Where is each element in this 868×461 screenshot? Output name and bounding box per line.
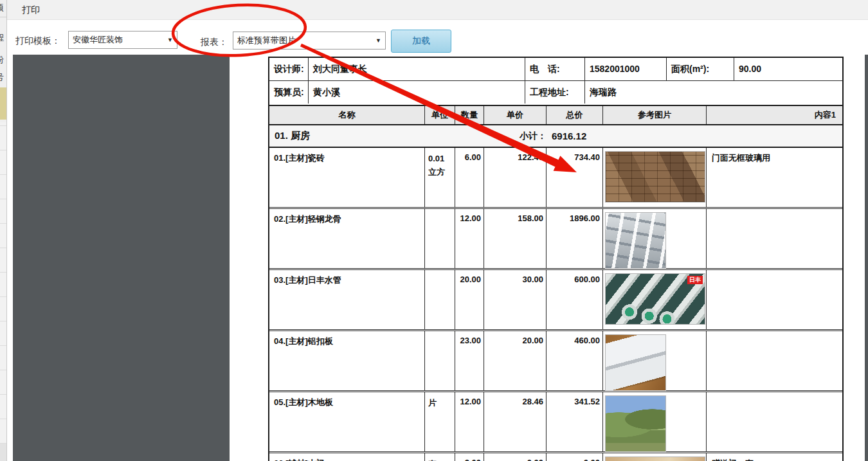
item-quantity: 2.00: [455, 453, 484, 461]
section-title: 01. 厨房: [269, 130, 484, 142]
item-name: 03.[主材]日丰水管: [269, 270, 425, 329]
item-name: 06.[辅材]木门: [269, 453, 425, 461]
item-content1: [707, 270, 842, 329]
template-select-value: 安徽华匠装饰: [73, 34, 123, 46]
column-header-name: 名称: [269, 106, 425, 124]
item-unit: 片: [425, 392, 455, 451]
item-content1: 门面无框玻璃用: [707, 148, 842, 207]
template-label: 打印模板：: [15, 35, 60, 47]
tab-print[interactable]: 打印: [22, 5, 40, 16]
sidebar-footer-fragment: [0, 444, 6, 461]
sidebar-selected-fragment: [0, 87, 6, 120]
item-image-cell: [603, 209, 707, 268]
brand-logo: 日丰: [687, 276, 703, 284]
item-content1: [707, 392, 842, 451]
item-total-price: 341.52: [547, 392, 603, 451]
phone-label: 电 话:: [525, 58, 585, 80]
product-image-door: [605, 456, 705, 461]
designer-value: 刘大同董事长: [309, 58, 525, 80]
item-total-price: 600.00: [547, 270, 603, 329]
item-total-price: 734.40: [547, 148, 603, 207]
item-name: 02.[主材]轻钢龙骨: [269, 209, 425, 268]
phone-value: 1582001000: [585, 58, 667, 80]
item-quantity: 20.00: [455, 270, 484, 329]
item-unit: 套: [425, 453, 455, 461]
designer-label: 设计师:: [269, 58, 309, 80]
tab-bar: 打印: [6, 0, 868, 20]
section-row-kitchen: 01. 厨房 小计： 6916.12: [269, 125, 842, 148]
item-total-price: 0.00: [547, 453, 603, 461]
product-image-pipes: 日丰: [605, 273, 705, 325]
item-unit-price: 28.46: [484, 392, 547, 451]
item-quantity: 6.00: [455, 148, 484, 207]
subtotal-label: 小计：: [484, 131, 547, 142]
table-row: 01.[主材]瓷砖 0.01 立方 6.00 122.40 734.40 门面无…: [269, 148, 842, 209]
product-image-bricks: [605, 151, 705, 203]
sidebar-list-fragment: [0, 122, 6, 444]
item-unit-price: 0.00: [484, 453, 547, 461]
sidebar-item-fragment: 号: [0, 71, 4, 83]
item-unit-price: 122.40: [484, 148, 547, 207]
item-quantity: 12.00: [455, 392, 484, 451]
item-unit-price: 20.00: [484, 331, 547, 390]
info-row: 设计师: 刘大同董事长 电 话: 1582001000 面积(m²): 90.0…: [269, 58, 842, 81]
address-value: 海瑞路: [585, 81, 842, 104]
table-body: 01.[主材]瓷砖 0.01 立方 6.00 122.40 734.40 门面无…: [269, 148, 842, 461]
item-content1: 赠送门一套: [707, 453, 842, 461]
item-name: 04.[主材]铝扣板: [269, 331, 425, 390]
item-image-cell: [603, 331, 707, 390]
column-header-total: 总价: [547, 106, 603, 124]
budget-report-table: 设计师: 刘大同董事长 电 话: 1582001000 面积(m²): 90.0…: [268, 57, 844, 461]
info-row: 预算员: 黄小溪 工程地址: 海瑞路: [269, 81, 842, 104]
item-total-price: 1896.00: [547, 209, 603, 268]
sidebar-item-fragment: 程: [0, 32, 4, 44]
column-header-content1: 内容1: [707, 106, 842, 124]
divider: [0, 17, 6, 17]
print-preview-area: 设计师: 刘大同董事长 电 话: 1582001000 面积(m²): 90.0…: [13, 55, 868, 461]
item-content1: [707, 209, 842, 268]
preview-page: 设计师: 刘大同董事长 电 话: 1582001000 面积(m²): 90.0…: [230, 55, 865, 461]
address-label: 工程地址:: [525, 81, 585, 104]
print-toolbar: 打印模板： 安徽华匠装饰 ▼ 报表： 标准预算带图片 ▼ 加载: [6, 20, 868, 55]
table-row: 03.[主材]日丰水管 20.00 30.00 600.00 日丰: [269, 270, 842, 331]
budgeter-label: 预算员:: [269, 81, 309, 104]
item-image-cell: [603, 148, 707, 207]
area-label: 面积(m²):: [667, 58, 734, 80]
table-row: 06.[辅材]木门 套 2.00 0.00 0.00 赠送门一套: [269, 453, 842, 461]
sidebar-item-fragment: 预: [0, 2, 4, 14]
table-row: 02.[主材]轻钢龙骨 12.00 158.00 1896.00: [269, 209, 842, 270]
item-image-cell: 日丰: [603, 270, 707, 329]
template-select[interactable]: 安徽华匠装饰 ▼: [68, 31, 177, 49]
product-image-panels: [605, 334, 666, 391]
item-total-price: 460.00: [547, 331, 603, 390]
product-image-ceiling: [605, 212, 666, 269]
area-value: 90.00: [734, 58, 842, 80]
item-content1: [707, 331, 842, 390]
column-header-image: 参考图片: [603, 106, 707, 124]
item-name: 01.[主材]瓷砖: [269, 148, 425, 207]
report-select[interactable]: 标准预算带图片 ▼: [233, 32, 386, 50]
item-unit: 0.01 立方: [425, 148, 455, 207]
item-unit-price: 158.00: [484, 209, 547, 268]
item-unit: [425, 270, 455, 329]
item-unit: [425, 209, 455, 268]
item-quantity: 12.00: [455, 209, 484, 268]
subtotal-value: 6916.12: [547, 131, 586, 141]
item-name: 05.[主材]木地板: [269, 392, 425, 451]
table-row: 05.[主材]木地板 片 12.00 28.46 341.52: [269, 392, 842, 453]
table-row: 04.[主材]铝扣板 23.00 20.00 460.00: [269, 331, 842, 392]
product-image-landscape: [605, 395, 666, 452]
item-unit: [425, 331, 455, 390]
table-header-row: 名称 单位 数量 单价 总价 参考图片 内容1: [269, 105, 842, 125]
chevron-down-icon: ▼: [167, 37, 173, 43]
item-image-cell: [603, 453, 707, 461]
budgeter-value: 黄小溪: [309, 81, 525, 104]
item-image-cell: [603, 392, 707, 451]
sidebar-item-fragment: 纷: [0, 54, 4, 66]
report-label: 报表：: [201, 37, 228, 48]
cutoff-sidebar: 预 程 纷 号: [0, 0, 7, 461]
report-select-value: 标准预算带图片: [237, 35, 296, 46]
load-button[interactable]: 加载: [391, 30, 451, 53]
item-quantity: 23.00: [455, 331, 484, 390]
column-header-price: 单价: [484, 106, 547, 124]
